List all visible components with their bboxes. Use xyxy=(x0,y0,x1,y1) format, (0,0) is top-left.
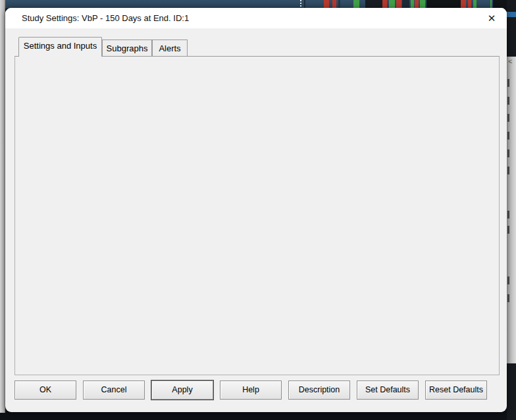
dialog-button-row: OKCancelApplyHelpDescriptionSet Defaults… xyxy=(14,381,487,400)
tab-alerts[interactable]: Alerts xyxy=(152,39,188,57)
background-right-edge: < xyxy=(507,0,516,420)
scrollbar-tick xyxy=(507,132,509,140)
ok-button[interactable]: OK xyxy=(14,381,76,400)
close-icon: ✕ xyxy=(488,13,496,24)
scrollbar-tick xyxy=(507,97,509,105)
help-button[interactable]: Help xyxy=(220,381,282,400)
tab-settings-and-inputs[interactable]: Settings and Inputs xyxy=(18,37,102,57)
background-blue-band xyxy=(507,12,516,17)
scrollbar-tick xyxy=(507,114,509,122)
study-settings-dialog: Study Settings: VbP - 150 Days at End. I… xyxy=(5,8,507,412)
scrollbar-tick xyxy=(507,149,509,157)
scrollbar-tick xyxy=(507,211,509,219)
chevron-left-icon: < xyxy=(508,58,512,65)
scrollbar-tick xyxy=(507,226,509,234)
close-button[interactable]: ✕ xyxy=(483,10,500,27)
tab-page xyxy=(14,56,500,375)
scrollbar-tick xyxy=(507,294,509,302)
cancel-button[interactable]: Cancel xyxy=(83,381,145,400)
title-bar: Study Settings: VbP - 150 Days at End. I… xyxy=(5,8,507,28)
apply-button[interactable]: Apply xyxy=(151,381,213,400)
background-right-scrollbar: < xyxy=(507,57,516,363)
description-button[interactable]: Description xyxy=(288,381,350,400)
background-left-edge xyxy=(0,0,5,413)
scrollbar-tick xyxy=(507,276,509,284)
dialog-title: Study Settings: VbP - 150 Days at End. I… xyxy=(22,13,189,23)
reset-defaults-button[interactable]: Reset Defaults xyxy=(425,381,487,400)
set-defaults-button[interactable]: Set Defaults xyxy=(357,381,419,400)
scrollbar-tick xyxy=(507,79,509,87)
tab-subgraphs[interactable]: Subgraphs xyxy=(102,39,152,57)
scrollbar-tick xyxy=(507,167,509,174)
